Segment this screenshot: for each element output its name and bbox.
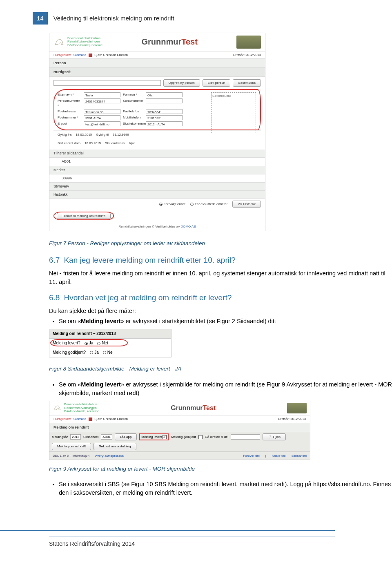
heading-6-8-num: 6.8 <box>49 293 60 302</box>
bar-tilhorer-value: AB01 <box>49 158 265 166</box>
startside-link[interactable]: Startside <box>74 53 87 58</box>
value-personnr[interactable]: 24034033874 <box>84 98 120 103</box>
forover-link[interactable]: Forover del <box>243 453 259 458</box>
para-6-7: Nei - fristen for å levere melding om re… <box>49 269 392 286</box>
section-person: Person <box>49 59 265 68</box>
radio-nei-label: Nei <box>102 341 108 345</box>
bar-tilhorer[interactable]: Tilhører siidaandel <box>49 150 265 158</box>
melding-om-reindrift-button[interactable]: Melding om reindrift <box>52 443 91 450</box>
radio-ja[interactable] <box>85 342 88 345</box>
radio-ja-2[interactable] <box>90 351 93 354</box>
value-sistendret: 18.03.2015 <box>85 141 101 146</box>
quicklinks-label: Hurtiglinker: <box>53 417 71 422</box>
help-button[interactable]: ❔ Hjelp <box>263 433 285 441</box>
figure-7-caption: Figur 7 Person - Rediger opplysninger om… <box>49 239 392 248</box>
checkbox-melding-levert[interactable] <box>163 435 167 439</box>
radio-nei[interactable] <box>97 342 100 345</box>
list-6-8-b: Se om «Melding levert» er avkrysset i sk… <box>59 380 392 397</box>
value-postnr[interactable]: 9501 ALTA <box>84 115 120 120</box>
select-ga-direkte[interactable] <box>231 434 260 440</box>
del-row: DEL 1 av 6 – Informasjon Avbryt søkepros… <box>49 452 310 460</box>
logo-text: Boazodoallohálddahus Reindriftsforvaltni… <box>67 37 102 47</box>
soknad-erstatning-button[interactable]: Søknad om erstatning <box>94 443 136 450</box>
year-label: Driftsår: 2012/2013 <box>278 417 306 422</box>
footer-text: Reindriftsforvaltningen © Vedlikeholdes … <box>118 225 180 228</box>
slett-person-button[interactable]: Slett person <box>203 79 231 87</box>
radio-nei-2-label: Nei <box>107 350 114 355</box>
neste-link[interactable]: Neste del <box>272 453 286 458</box>
search-input[interactable] <box>53 80 161 86</box>
text: » er avkrysset i startskjermbildet (se F… <box>121 318 276 324</box>
label-sistendretav: Sist endret av <box>105 141 125 146</box>
heading-6-7: 6.7Kan jeg levere melding om reindrift e… <box>49 255 392 266</box>
value-fasttlf[interactable]: 78345641 <box>146 109 183 114</box>
siidaandel-link[interactable]: Siidaandel <box>292 453 307 458</box>
label-fasttlf: Fasttelefon <box>123 109 143 114</box>
value-etternavn[interactable]: Tesla <box>84 92 120 97</box>
list-6-8-c: Se i saksoversikt i SBS (se Figur 10 SBS… <box>59 480 392 497</box>
radio-valgt-label: For valgt enhet <box>164 202 185 206</box>
label-siidaandel: Siidaandel <box>83 435 98 440</box>
page-header: 14 Veiledning til elektronisk melding om… <box>0 12 392 25</box>
header-image <box>287 403 307 413</box>
value-postadr[interactable]: Teslavien 33 <box>84 109 120 114</box>
footer-link[interactable]: DOMO AS <box>180 225 196 228</box>
opprett-person-button[interactable]: Opprett ny person <box>163 79 200 87</box>
las-opp-button[interactable]: Lås opp <box>115 433 137 441</box>
soknad-label: Søknad om erstatning <box>99 444 131 448</box>
label-meldingsaar: Meldingsår <box>52 435 68 440</box>
radio-nei-2[interactable] <box>103 351 106 354</box>
bar-merker[interactable]: Merker <box>49 166 265 174</box>
value-gyldigfra: 18.03.2015 <box>76 132 92 137</box>
bar-historikk[interactable]: Historikk <box>49 191 265 199</box>
red-square-annotation: Melding levert <box>139 433 169 441</box>
input-meldingsaar[interactable]: 2012 <box>70 434 81 440</box>
current-user: Bjørn Christian Eriksen <box>94 53 128 58</box>
label-konto: Kontonummer <box>123 98 143 108</box>
app-header-3: Boazodoallohálddahus Reindriftsforvaltni… <box>49 401 310 415</box>
heading-6-7-num: 6.7 <box>49 256 60 264</box>
tilbake-button[interactable]: Tilbake til Melding om reindrift <box>57 213 111 219</box>
value-epost[interactable]: test@reindrift.no <box>84 121 120 126</box>
tilbake-button-circled: Tilbake til Melding om reindrift <box>53 212 114 220</box>
help-label: Hjelp <box>273 435 281 439</box>
bar-styreverv[interactable]: Styreverv <box>49 183 265 191</box>
value-fornavn[interactable]: Ola <box>146 92 183 97</box>
value-skatte[interactable]: 2012 - ALTA <box>146 121 183 126</box>
section-search: Hurtigsøk <box>49 68 265 77</box>
heading-6-7-title: Kan jeg levere melding om reindrift ette… <box>64 256 235 264</box>
startside-link[interactable]: Startside <box>74 417 87 422</box>
brand-red: Test <box>181 37 198 46</box>
avbryt-link[interactable]: Avbryt søkeprosess <box>95 453 124 458</box>
radio-avsluttede[interactable] <box>190 203 194 206</box>
value-mobil[interactable]: 91815991 <box>146 115 183 120</box>
label-gyldigtil: Gyldig til <box>96 132 109 137</box>
sokemodus-button[interactable]: Søkemodus <box>233 79 261 87</box>
para-6-8-intro: Du kan sjekke det på flere måter: <box>49 307 392 315</box>
vis-historikk-button[interactable]: Vis Historikk <box>232 201 261 208</box>
screenshot-melding-levert: Melding om reindrift – 2012/2013 Melding… <box>49 329 172 358</box>
screenshot-mor: Boazodoallohálddahus Reindriftsforvaltni… <box>49 401 310 460</box>
historikk-row: For valgt enhet For avsluttede enheter V… <box>49 199 265 210</box>
quicklinks-bar-3: Hurtiglinker: Startside Bjørn Christian … <box>49 415 310 423</box>
checkbox-melding-godkjent[interactable] <box>198 435 203 439</box>
label-melding-godkjent: Melding godkjent? <box>53 350 86 356</box>
quicklinks-label: Hurtiglinker: <box>53 53 71 58</box>
value-sistendretav: bjør <box>129 141 135 146</box>
list-item: Se om «Melding levert» er avkrysset i sk… <box>59 380 392 397</box>
label-ga-direkte: Gå direkte til del <box>205 435 229 440</box>
label-etternavn: Etternavn * <box>58 92 81 97</box>
label-epost: E-post <box>58 121 81 126</box>
input-siidaandel[interactable]: AB01 <box>101 434 112 440</box>
mini-title: Melding om reindrift – 2012/2013 <box>49 329 171 339</box>
label-melding-levert: Melding levert? <box>53 340 80 346</box>
mor-toolbar: Meldingsår 2012 Siidaandel AB01 Lås opp … <box>49 432 310 452</box>
flag-icon <box>89 54 92 57</box>
value-konto[interactable] <box>146 98 183 103</box>
section-melding: Melding om reindrift <box>49 423 310 432</box>
label-fornavn: Fornavn * <box>123 92 143 97</box>
bold-text: Melding levert <box>81 318 121 324</box>
radio-valgt-enhet[interactable] <box>159 203 163 206</box>
app-brand: GrunnmurTest <box>141 36 197 48</box>
figure-9-caption: Figur 9 Avkrysset for at melding er leve… <box>49 465 392 473</box>
